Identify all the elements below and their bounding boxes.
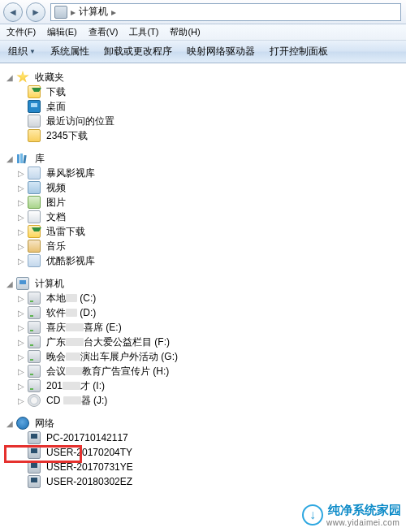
- expand-icon[interactable]: ▷: [16, 197, 26, 207]
- tree-item-network-pc[interactable]: USER-20180302EZ: [0, 474, 406, 489]
- expand-icon[interactable]: ▷: [16, 322, 26, 332]
- tree-label: 迅雷下载: [46, 225, 85, 239]
- tree-node-computer[interactable]: ◢ 计算机: [0, 276, 406, 291]
- tree-label: 2345下载: [46, 129, 88, 143]
- tree-label: 视频: [46, 181, 66, 195]
- tree-item-drive[interactable]: ▷ 软件 (D:): [0, 305, 406, 320]
- tree-label: CD 器 (J:): [46, 394, 107, 408]
- toolbar-map-drive[interactable]: 映射网络驱动器: [187, 45, 255, 58]
- tree-label: USER-20170204TY: [46, 447, 132, 458]
- tree-item[interactable]: 下载: [0, 84, 406, 99]
- pc-icon: [28, 446, 41, 459]
- tree-item-drive[interactable]: ▷ 广东台大爱公益栏目 (F:): [0, 335, 406, 349]
- menu-tools[interactable]: 工具(T): [129, 26, 158, 38]
- toolbar-organize[interactable]: 组织▼: [8, 45, 36, 58]
- drive-icon: [28, 306, 41, 319]
- tree-label: 文档: [46, 210, 66, 224]
- svg-rect-1: [20, 154, 23, 163]
- toolbar-uninstall[interactable]: 卸载或更改程序: [104, 45, 172, 58]
- expand-icon[interactable]: ▷: [16, 352, 26, 361]
- menu-view[interactable]: 查看(V): [89, 26, 119, 38]
- tree-label: 本地 (C:): [46, 292, 96, 305]
- tree-label: 201才 (I:): [46, 379, 105, 393]
- expand-icon[interactable]: ▷: [16, 308, 26, 318]
- tree-node-libraries[interactable]: ◢ 库: [0, 151, 406, 166]
- expand-icon[interactable]: ▷: [16, 396, 26, 405]
- nav-forward-button[interactable]: ►: [26, 2, 45, 22]
- tree-label: 广东台大爱公益栏目 (F:): [46, 335, 170, 349]
- toolbar-control-panel[interactable]: 打开控制面板: [270, 45, 328, 58]
- tree-label: 库: [35, 152, 45, 166]
- tree-item-network-pc[interactable]: PC-201710142117: [0, 430, 406, 445]
- tree-group-favorites: ◢ 收藏夹 下载 桌面 最近访问的位置 2345下载: [0, 70, 406, 143]
- item-icon: [28, 181, 41, 194]
- tree-item[interactable]: ▷ 迅雷下载: [0, 224, 406, 239]
- toolbar-system-properties[interactable]: 系统属性: [50, 45, 89, 58]
- item-icon: [28, 225, 41, 238]
- tree-item-drive[interactable]: ▷ 本地 (C:): [0, 291, 406, 305]
- tree-item[interactable]: 桌面: [0, 99, 406, 114]
- drive-icon: [28, 350, 41, 363]
- item-icon: [28, 196, 41, 209]
- tree-item-drive[interactable]: ▷ 201才 (I:): [0, 378, 406, 393]
- item-icon: [28, 167, 41, 179]
- libraries-icon: [16, 152, 29, 165]
- expand-icon[interactable]: ▷: [16, 168, 26, 178]
- tree-label: 喜庆喜席 (E:): [46, 321, 122, 335]
- expand-icon[interactable]: ▷: [16, 381, 26, 391]
- expand-icon[interactable]: ▷: [16, 337, 26, 347]
- svg-rect-0: [17, 154, 19, 163]
- tree-item-network-pc[interactable]: USER-20170204TY: [0, 445, 406, 460]
- drive-icon: [28, 321, 41, 334]
- item-icon: [28, 129, 41, 142]
- tree-item-drive[interactable]: ▷ 晚会演出车展户外活动 (G:): [0, 349, 406, 364]
- menu-file[interactable]: 文件(F): [6, 26, 36, 38]
- collapse-icon[interactable]: ◢: [5, 279, 15, 288]
- menu-edit[interactable]: 编辑(E): [47, 26, 77, 38]
- collapse-icon[interactable]: ◢: [5, 418, 15, 428]
- tree-node-favorites[interactable]: ◢ 收藏夹: [0, 70, 406, 84]
- nav-back-button[interactable]: ◄: [3, 2, 23, 22]
- expand-icon[interactable]: ▷: [16, 183, 26, 192]
- tree-node-network[interactable]: ◢ 网络: [0, 416, 406, 430]
- item-icon: [28, 85, 41, 98]
- tree-label: USER-20170731YE: [46, 461, 133, 473]
- tree-item-drive[interactable]: ▷ 喜庆喜席 (E:): [0, 320, 406, 335]
- tree-item-network-pc[interactable]: USER-20170731YE: [0, 460, 406, 474]
- tree-item[interactable]: 最近访问的位置: [0, 114, 406, 128]
- navigation-tree: ◢ 收藏夹 下载 桌面 最近访问的位置 2345下载 ◢ 库: [0, 63, 406, 532]
- computer-icon: [16, 277, 29, 290]
- drive-icon: [28, 335, 41, 348]
- tree-item[interactable]: ▷ 音乐: [0, 239, 406, 253]
- collapse-icon[interactable]: ◢: [5, 72, 15, 82]
- menu-help[interactable]: 帮助(H): [170, 26, 200, 38]
- expand-icon[interactable]: ▷: [16, 293, 26, 303]
- breadcrumb-sep: ▸: [111, 6, 116, 18]
- tree-label: 晚会演出车展户外活动 (G:): [46, 350, 178, 364]
- tree-label: 优酷影视库: [46, 254, 95, 268]
- tree-item[interactable]: ▷ 暴风影视库: [0, 166, 406, 180]
- tree-item-drive[interactable]: ▷ 会议教育广告宣传片 (H:): [0, 364, 406, 378]
- tree-label: 计算机: [35, 277, 64, 291]
- expand-icon[interactable]: ▷: [16, 212, 26, 222]
- tree-item[interactable]: 2345下载: [0, 128, 406, 143]
- expand-icon[interactable]: ▷: [16, 366, 26, 376]
- tree-item[interactable]: ▷ 优酷影视库: [0, 253, 406, 268]
- expand-icon[interactable]: ▷: [16, 241, 26, 251]
- breadcrumb-location[interactable]: 计算机: [79, 5, 108, 19]
- breadcrumb-sep: ▸: [71, 6, 76, 18]
- tree-item[interactable]: ▷ 图片: [0, 195, 406, 210]
- tree-item[interactable]: ▷ 文档: [0, 210, 406, 224]
- collapse-icon[interactable]: ◢: [5, 154, 15, 163]
- network-icon: [16, 417, 29, 430]
- tree-item[interactable]: ▷ 视频: [0, 180, 406, 195]
- tree-item-drive[interactable]: ▷ CD 器 (J:): [0, 393, 406, 408]
- item-icon: [28, 254, 41, 267]
- expand-icon[interactable]: ▷: [16, 256, 26, 266]
- tree-label: 收藏夹: [35, 71, 64, 84]
- address-bar[interactable]: ▸ 计算机 ▸: [50, 3, 401, 21]
- tree-label: 软件 (D:): [46, 306, 96, 320]
- expand-icon[interactable]: ▷: [16, 227, 26, 236]
- toolbar: 组织▼ 系统属性 卸载或更改程序 映射网络驱动器 打开控制面板: [0, 41, 406, 63]
- drive-icon: [28, 394, 41, 407]
